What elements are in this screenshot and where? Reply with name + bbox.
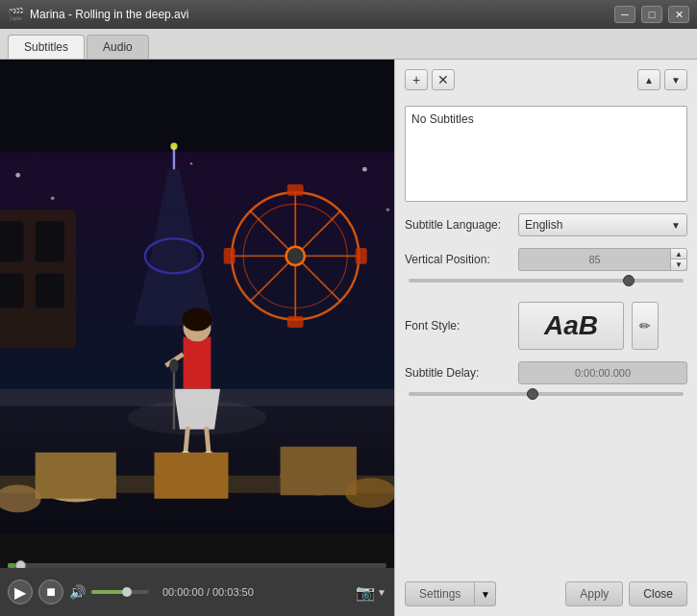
font-edit-button[interactable]: ✏ [632,302,659,350]
subtitle-delay-value: 0:00:00.000 [518,361,687,384]
window-title: Marina - Rolling in the deep.avi [30,8,609,21]
stop-button[interactable]: ■ [38,579,63,604]
camera-icon: 📷 [356,583,375,602]
vertical-position-down[interactable]: ▼ [670,259,687,271]
svg-rect-22 [356,248,367,264]
video-container [0,60,394,568]
settings-button[interactable]: Settings [405,581,475,606]
svg-rect-20 [287,185,304,196]
svg-marker-34 [174,389,220,430]
font-style-row: Font Style: AaB ✏ [405,302,687,350]
svg-point-7 [190,162,192,164]
vertical-position-up[interactable]: ▲ [670,248,687,259]
svg-point-5 [362,167,367,172]
subtitle-delay-slider-container [405,392,687,396]
svg-rect-10 [36,221,64,261]
time-display: 00:00:00 / 00:03:50 [162,586,254,598]
tab-bar: Subtitles Audio [0,29,697,60]
close-window-button[interactable]: ✕ [668,6,689,23]
apply-button[interactable]: Apply [565,581,623,606]
vertical-position-input: 85 ▲ ▼ [518,248,687,271]
subtitle-language-select[interactable]: English ▼ [518,213,687,236]
close-button[interactable]: Close [629,581,687,606]
action-buttons: Apply Close [565,581,687,606]
svg-line-38 [186,427,187,452]
svg-rect-21 [287,316,304,328]
video-screen [0,60,394,568]
main-window: Subtitles Audio [0,29,697,616]
tab-audio[interactable]: Audio [87,35,149,59]
settings-dropdown-button[interactable]: ▼ [475,581,496,606]
svg-point-4 [51,196,55,200]
minimize-button[interactable]: ─ [614,6,635,23]
screenshot-button[interactable]: 📷 ▼ [356,583,386,602]
tab-subtitles[interactable]: Subtitles [8,35,85,59]
no-subtitles-item: No Subtitles [411,112,474,126]
svg-line-39 [207,427,209,452]
controls-bar: ▶ ■ 🔊 00:00:00 / 00:03:50 📷 ▼ [0,568,394,616]
subtitle-list[interactable]: No Subtitles [405,106,687,202]
svg-rect-11 [0,273,24,308]
vertical-position-slider[interactable] [409,279,684,283]
subtitle-delay-label: Subtitle Delay: [405,366,510,380]
svg-rect-46 [36,453,116,499]
add-subtitle-button[interactable]: + [405,69,428,90]
vertical-position-row: Vertical Position: 85 ▲ ▼ [405,248,687,290]
svg-point-28 [170,143,177,150]
remove-subtitle-button[interactable]: ✕ [432,69,455,90]
subtitle-delay-knob[interactable] [527,388,538,400]
subtitle-language-row: Subtitle Language: English ▼ [405,213,687,236]
svg-rect-33 [184,337,212,389]
maximize-button[interactable]: □ [641,6,662,23]
svg-rect-50 [281,447,357,495]
subtitle-toolbar: + ✕ ▲ ▼ [405,69,687,90]
subtitle-up-button[interactable]: ▲ [637,69,660,90]
vertical-position-knob[interactable] [623,275,635,286]
svg-rect-9 [0,221,24,261]
svg-rect-12 [36,273,64,308]
svg-point-19 [286,247,305,265]
bottom-row: Settings ▼ Apply Close [405,574,687,606]
title-bar: 🎬 Marina - Rolling in the deep.avi ─ □ ✕ [0,0,697,29]
svg-point-6 [386,208,390,211]
font-preview: AaB [518,302,624,350]
video-panel: ▶ ■ 🔊 00:00:00 / 00:03:50 📷 ▼ [0,60,394,616]
subtitle-language-value: English [525,218,562,232]
settings-button-group: Settings ▼ [405,581,496,606]
svg-point-43 [169,358,179,372]
subtitle-delay-slider[interactable] [409,392,684,396]
right-panel: + ✕ ▲ ▼ No Subtitles Subtitle Language: … [394,60,697,616]
content-area: ▶ ■ 🔊 00:00:00 / 00:03:50 📷 ▼ [0,60,697,616]
subtitle-down-button[interactable]: ▼ [664,69,687,90]
volume-slider[interactable] [91,590,149,594]
chevron-down-icon: ▼ [671,220,681,231]
volume-icon: 🔊 [69,584,86,600]
play-button[interactable]: ▶ [8,579,33,604]
vertical-position-value: 85 [518,248,670,271]
svg-point-52 [345,478,394,507]
vertical-position-slider-container [405,279,687,283]
font-edit-icon: ✏ [639,318,651,333]
svg-point-36 [182,308,212,331]
font-style-label: Font Style: [405,319,510,333]
svg-rect-1 [0,60,394,152]
svg-rect-23 [224,248,236,264]
camera-dropdown-arrow: ▼ [377,587,386,598]
subtitle-delay-row: Subtitle Delay: 0:00:00.000 [405,361,687,404]
svg-point-3 [15,173,20,178]
vertical-position-label: Vertical Position: [405,253,510,266]
settings-arrow-icon: ▼ [481,589,490,600]
svg-rect-48 [155,453,229,499]
subtitle-language-label: Subtitle Language: [405,218,510,232]
app-icon: 🎬 [8,7,24,22]
